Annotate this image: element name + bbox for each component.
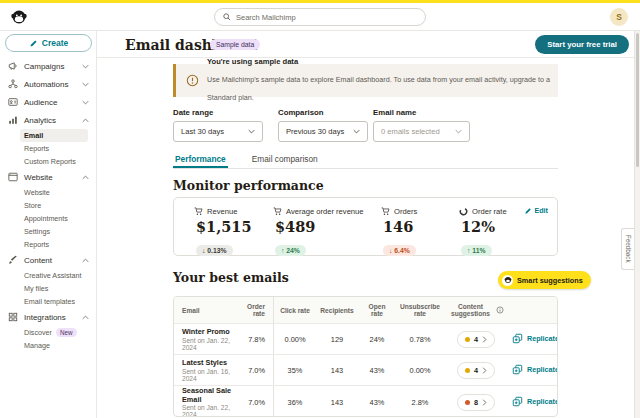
chevron-right-icon (482, 336, 487, 343)
cart-icon (194, 207, 203, 216)
sidebar-item-automations[interactable]: Automations (0, 75, 96, 93)
stat-label: Revenue (207, 207, 237, 216)
vertical-scrollbar[interactable] (634, 31, 640, 418)
search-input[interactable]: Search Mailchimp (214, 8, 426, 26)
sidebar-subitem-label: Reports (24, 144, 49, 153)
sidebar-item-label: Content (24, 256, 52, 265)
replicate-label: Replicate (527, 334, 558, 343)
donut-rate-icon (459, 207, 468, 216)
sidebar-item-analytics[interactable]: Analytics (0, 111, 96, 129)
table-row-seasonal-sale-email[interactable]: Seasonal Sale Email Sent on Jan. 22, 202… (174, 385, 557, 416)
sidebar-item-website[interactable]: Website (0, 168, 96, 186)
email-name[interactable]: Winter Promo (182, 327, 232, 336)
replicate-label: Replicate (527, 397, 558, 406)
table-row-latest-styles[interactable]: Latest Styles Sent on Jan. 16, 2024 7.0%… (174, 354, 557, 385)
sidebar-subitem-manage[interactable]: Manage (0, 339, 96, 352)
comparison-select[interactable]: Previous 30 days (278, 121, 368, 142)
chevron-up-icon (82, 313, 89, 322)
sidebar-subitem-discover[interactable]: Discover New (0, 326, 96, 339)
stat-value: 12% (461, 218, 507, 235)
filter-date-range: Date range Last 30 days (173, 108, 263, 142)
replicate-button[interactable]: Replicate (512, 396, 558, 407)
performance-stats-card: Revenue $1,515 ↓ 0.13% Average order rev… (173, 197, 558, 256)
recipients-value: 143 (316, 398, 358, 407)
sidebar-item-integrations[interactable]: Integrations (0, 308, 96, 326)
pencil-icon (524, 207, 532, 215)
page-header: Email dashboard Sample data Start your f… (97, 31, 634, 58)
megaphone-icon (8, 61, 18, 71)
content-suggestions-pill[interactable]: 4 (457, 331, 495, 348)
feedback-tab[interactable]: Feedback (621, 228, 634, 270)
sidebar-subitem-email[interactable]: Email (20, 129, 88, 142)
email-name[interactable]: Seasonal Sale Email (182, 386, 232, 404)
sidebar-subitem-my-files[interactable]: My files (0, 282, 96, 295)
email-name-select[interactable]: 0 emails selected (373, 121, 470, 142)
sidebar-subitem-label: Custom Reports (24, 157, 76, 166)
replicate-button[interactable]: Replicate (512, 333, 558, 344)
recipients-value: 143 (316, 366, 358, 375)
sidebar-item-content[interactable]: Content (0, 251, 96, 269)
sidebar-item-label: Automations (24, 80, 68, 89)
replicate-button[interactable]: Replicate (512, 364, 558, 375)
sidebar-subitem-reports[interactable]: Reports (0, 142, 96, 155)
chevron-up-icon (82, 116, 89, 125)
grid-icon (8, 312, 18, 322)
filter-email-name: Email name 0 emails selected (373, 108, 470, 142)
sidebar: Create Campaigns Automations Audience An… (0, 31, 97, 418)
sidebar-subitem-email-templates[interactable]: Email templates (0, 295, 96, 308)
suggestions-count: 8 (474, 398, 478, 407)
unsubscribe-rate-value: 0.78% (396, 335, 444, 344)
info-icon[interactable] (496, 306, 504, 314)
sidebar-subitem-custom-reports[interactable]: Custom Reports (0, 155, 96, 168)
tab-email-comparison[interactable]: Email comparison (250, 151, 320, 168)
select-value: Last 30 days (181, 127, 224, 136)
sample-data-badge: Sample data (210, 39, 260, 50)
email-name[interactable]: Latest Styles (182, 358, 232, 367)
account-avatar[interactable]: S (610, 8, 628, 26)
table-row-winter-promo[interactable]: Winter Promo Sent on Jan. 22, 2024 7.8% … (174, 323, 557, 354)
sidebar-item-label: Website (24, 173, 53, 182)
sidebar-subitem-reports-website[interactable]: Reports (0, 238, 96, 251)
edit-label: Edit (534, 206, 548, 215)
edit-metrics-button[interactable]: Edit (524, 206, 548, 215)
chevron-up-icon (82, 173, 89, 182)
recipients-value: 129 (316, 335, 358, 344)
sidebar-subitem-creative-assistant[interactable]: Creative Assistant (0, 269, 96, 282)
sidebar-subitem-store[interactable]: Store (0, 199, 96, 212)
email-sent-date: Sent on Jan. 22, 2024 (182, 404, 232, 417)
start-free-trial-button[interactable]: Start your free trial (535, 35, 629, 54)
sidebar-item-campaigns[interactable]: Campaigns (0, 57, 96, 75)
date-range-select[interactable]: Last 30 days (173, 121, 263, 142)
sidebar-subitem-appointments[interactable]: Appointments (0, 212, 96, 225)
stat-value: 146 (383, 218, 417, 235)
content-suggestions-pill[interactable]: 4 (457, 362, 495, 379)
best-emails-heading: Your best emails (173, 270, 289, 285)
banner-title: You're using sample data (207, 57, 558, 66)
stat-average-order-revenue: Average order revenue $489 ↑ 24% (273, 207, 364, 257)
scrollbar-thumb[interactable] (636, 33, 639, 167)
stat-revenue: Revenue $1,515 ↓ 0.13% (194, 207, 252, 257)
click-rate-value: 0.00% (274, 335, 316, 344)
severity-dot-yellow (465, 368, 470, 373)
create-button[interactable]: Create (5, 34, 92, 52)
sidebar-subitem-settings[interactable]: Settings (0, 225, 96, 238)
column-header-order-rate: Order rate (236, 297, 274, 323)
sidebar-item-audience[interactable]: Audience (0, 93, 96, 111)
main-content: Email dashboard Sample data Start your f… (97, 31, 634, 418)
order-rate-value: 7.0% (236, 386, 274, 417)
tab-performance[interactable]: Performance (173, 151, 228, 168)
stat-delta: ↑ 24% (275, 245, 306, 256)
stat-order-rate: Order rate 12% ↑ 11% (459, 207, 507, 257)
new-badge: New (56, 328, 77, 337)
chevron-down-icon (82, 80, 89, 89)
chevron-down-icon (82, 62, 89, 71)
sidebar-subitem-website[interactable]: Website (0, 186, 96, 199)
content-suggestions-pill[interactable]: 8 (457, 394, 495, 411)
severity-dot-red (465, 400, 470, 405)
audience-card-icon (8, 97, 18, 107)
smart-suggestions-button[interactable]: Smart suggestions (498, 271, 591, 289)
info-alert-icon (186, 74, 199, 87)
stat-delta: ↓ 6.4% (383, 245, 416, 256)
copy-icon (512, 364, 523, 375)
mailchimp-logo-icon[interactable] (10, 8, 28, 26)
